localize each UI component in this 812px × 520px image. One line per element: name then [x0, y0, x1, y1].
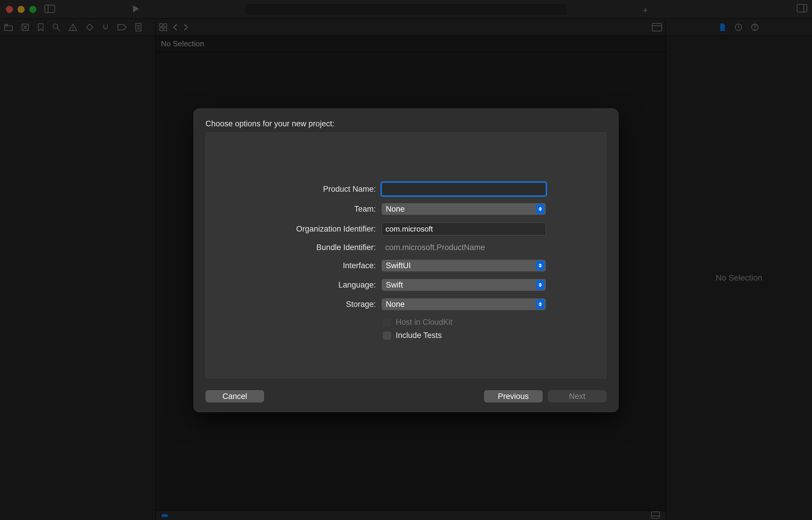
help-inspector-icon[interactable]	[751, 23, 759, 31]
svg-line-11	[57, 28, 60, 31]
test-icon[interactable]	[86, 23, 94, 31]
interface-select[interactable]: SwiftUI	[382, 260, 546, 271]
status-bar	[156, 511, 666, 520]
svg-point-13	[73, 29, 74, 30]
product-name-label: Product Name:	[224, 185, 382, 194]
chevron-updown-icon	[536, 261, 545, 270]
report-icon[interactable]	[135, 23, 142, 32]
inspector-tab-bar	[666, 19, 812, 35]
breakpoint-icon[interactable]	[117, 24, 127, 30]
cancel-button[interactable]: Cancel	[206, 390, 264, 402]
title-bar: +	[0, 0, 812, 19]
include-tests-checkbox[interactable]: Include Tests	[383, 331, 546, 340]
org-id-label: Organization Identifier:	[224, 225, 382, 234]
team-select[interactable]: None	[382, 203, 546, 215]
window-zoom-icon[interactable]	[29, 6, 36, 13]
dialog-title: Choose options for your new project:	[206, 119, 606, 128]
svg-rect-3	[797, 4, 807, 12]
host-cloudkit-checkbox: Host in CloudKit	[383, 318, 546, 327]
svg-rect-27	[651, 512, 660, 518]
debug-icon[interactable]	[102, 23, 109, 31]
host-cloudkit-label: Host in CloudKit	[396, 318, 453, 327]
related-items-icon[interactable]	[159, 23, 167, 31]
language-label: Language:	[224, 281, 382, 290]
scheme-bar[interactable]	[245, 3, 567, 15]
window-close-icon[interactable]	[6, 6, 13, 13]
bundle-id-label: Bundle Identifier:	[224, 243, 382, 252]
svg-marker-2	[133, 5, 139, 12]
chevron-updown-icon	[536, 280, 545, 290]
editor-layout-icon[interactable]	[652, 23, 662, 31]
team-label: Team:	[224, 205, 382, 214]
svg-rect-0	[45, 5, 55, 12]
run-icon[interactable]	[131, 4, 140, 15]
storage-select[interactable]: None	[382, 298, 546, 310]
storage-label: Storage:	[224, 300, 382, 309]
bundle-id-value: com.microsoft.ProductName	[382, 243, 546, 252]
svg-point-26	[755, 29, 755, 30]
language-select-value: Swift	[386, 281, 403, 290]
new-project-options-dialog: Choose options for your new project: Pro…	[193, 108, 619, 412]
svg-rect-22	[652, 23, 662, 31]
search-icon[interactable]	[52, 23, 60, 31]
svg-point-10	[53, 24, 58, 29]
svg-rect-5	[5, 26, 12, 30]
folder-icon[interactable]	[4, 23, 13, 31]
breadcrumb-text: No Selection	[161, 39, 204, 48]
breadcrumb: No Selection	[156, 36, 666, 52]
inspector-no-selection: No Selection	[716, 273, 762, 283]
interface-label: Interface:	[224, 261, 382, 270]
toggle-navigator-icon[interactable]	[45, 5, 55, 14]
checkbox-icon	[383, 318, 391, 327]
svg-rect-20	[160, 28, 163, 31]
svg-rect-6	[5, 24, 8, 26]
previous-button[interactable]: Previous	[484, 390, 543, 402]
library-plus-icon[interactable]: +	[643, 5, 648, 15]
navigator-pane	[0, 36, 156, 520]
nav-back-icon[interactable]	[173, 23, 178, 31]
source-control-icon[interactable]	[21, 23, 29, 31]
product-name-input[interactable]	[382, 183, 546, 196]
file-inspector-icon[interactable]	[719, 23, 726, 32]
svg-rect-21	[164, 28, 167, 31]
chevron-updown-icon	[536, 204, 545, 214]
storage-select-value: None	[386, 300, 405, 309]
language-select[interactable]: Swift	[382, 279, 546, 291]
next-button: Next	[548, 390, 606, 402]
status-indicator[interactable]	[161, 514, 168, 517]
chevron-updown-icon	[536, 300, 545, 309]
nav-forward-icon[interactable]	[183, 23, 188, 31]
team-select-value: None	[386, 205, 405, 214]
interface-select-value: SwiftUI	[386, 261, 411, 270]
window-minimize-icon[interactable]	[18, 6, 25, 13]
svg-rect-18	[160, 24, 163, 27]
org-identifier-input[interactable]	[382, 223, 546, 235]
toggle-debug-area-icon[interactable]	[651, 512, 660, 520]
inspector-pane: No Selection	[666, 36, 812, 520]
checkbox-icon	[383, 332, 391, 340]
svg-rect-19	[164, 24, 167, 27]
toggle-inspector-icon[interactable]	[797, 4, 807, 14]
navigator-tab-bar	[0, 19, 156, 35]
include-tests-label: Include Tests	[396, 331, 442, 340]
bookmark-icon[interactable]	[37, 23, 44, 31]
warning-icon[interactable]	[69, 23, 77, 31]
history-inspector-icon[interactable]	[734, 23, 742, 31]
